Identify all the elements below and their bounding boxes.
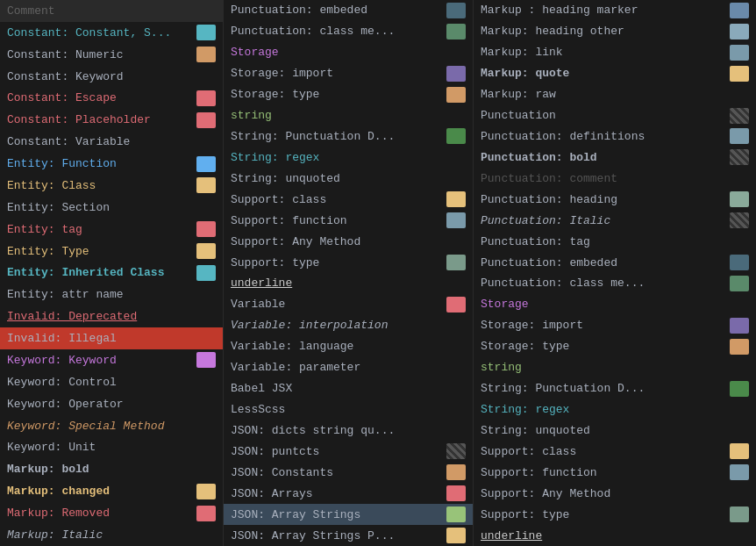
item-label: Punctuation: Italic [481, 214, 724, 227]
list-item[interactable]: Constant: Keyword [0, 66, 223, 88]
list-item[interactable]: Entity: Inherited Class [0, 262, 223, 284]
list-item[interactable]: Keyword: Unit [0, 437, 223, 459]
list-item[interactable]: JSON: puntcts [224, 441, 473, 462]
list-item[interactable]: Punctuation: heading [474, 189, 756, 210]
list-item[interactable]: Markup: Removed [0, 502, 223, 524]
list-item[interactable]: Punctuation: tag [474, 231, 756, 252]
list-item[interactable]: Storage: import [474, 315, 756, 336]
list-item[interactable]: string [474, 357, 756, 378]
list-item[interactable]: underline [474, 525, 756, 546]
list-item[interactable]: Punctuation [474, 105, 756, 126]
list-item[interactable]: Punctuation: class me... [474, 273, 756, 294]
list-item[interactable]: String: unquoted [224, 168, 473, 189]
list-item[interactable]: underline [224, 273, 473, 294]
item-label: Storage: type [481, 340, 724, 353]
list-item[interactable]: Punctuation: class me... [224, 21, 473, 42]
list-item[interactable]: Punctuation: definitions [474, 126, 756, 147]
list-item[interactable]: string [224, 105, 473, 126]
list-item[interactable]: Markup : heading marker [474, 0, 756, 21]
list-item[interactable]: String: regex [224, 147, 473, 168]
list-item[interactable]: Entity: Class [0, 175, 223, 197]
list-item[interactable]: Punctuation: bold [474, 147, 756, 168]
list-item[interactable]: Keyword: Control [0, 371, 223, 393]
list-item[interactable]: Support: function [224, 210, 473, 231]
color-swatch [730, 339, 749, 355]
list-item[interactable]: Entity: Function [0, 153, 223, 175]
list-item[interactable]: Entity: Type [0, 241, 223, 262]
list-item[interactable]: JSON: Array Strings P... [224, 525, 473, 546]
item-label: Entity: tag [7, 223, 191, 236]
list-item[interactable]: Storage: type [474, 336, 756, 357]
color-swatch [730, 3, 749, 18]
item-label: Entity: Section [7, 201, 191, 214]
list-item[interactable]: Keyword: Operator [0, 393, 223, 415]
item-label: Storage [231, 46, 441, 59]
list-item[interactable]: Storage: type [224, 84, 473, 105]
list-item[interactable]: String: Punctuation D... [224, 126, 473, 147]
list-item[interactable]: Markup: Italic [0, 524, 223, 546]
list-item[interactable]: Constant: Placeholder [0, 109, 223, 131]
list-item[interactable]: LessScss [224, 399, 473, 420]
list-item[interactable]: JSON: Constants [224, 462, 473, 483]
list-item[interactable]: Variable [224, 294, 473, 315]
item-label: Invalid: Illegal [7, 332, 191, 345]
list-item[interactable]: Constant: Numeric [0, 44, 223, 66]
list-item[interactable]: Entity: Section [0, 197, 223, 219]
list-item[interactable]: Entity: attr name [0, 284, 223, 305]
list-item[interactable]: Markup: changed [0, 480, 223, 502]
list-item[interactable]: String: regex [474, 399, 756, 420]
list-item[interactable]: Comment [0, 0, 223, 22]
list-item[interactable]: Storage: import [224, 63, 473, 84]
list-item[interactable]: Storage [224, 42, 473, 63]
list-item[interactable]: Markup: raw [474, 84, 756, 105]
color-swatch [446, 87, 466, 103]
item-label: Constant: Numeric [7, 48, 191, 61]
list-item[interactable]: Support: type [224, 252, 473, 273]
list-item[interactable]: Invalid: Deprecated [0, 305, 223, 327]
list-item[interactable]: Support: Any Method [224, 231, 473, 252]
color-swatch [730, 255, 749, 270]
color-swatch [196, 243, 216, 259]
color-swatch [196, 3, 216, 18]
item-label: underline [481, 529, 724, 542]
item-label: Babel JSX [231, 382, 441, 395]
list-item[interactable]: Storage [474, 294, 756, 315]
list-item[interactable]: Keyword: Special Method [0, 415, 223, 437]
list-item[interactable]: String: unquoted [474, 420, 756, 441]
list-item[interactable]: JSON: dicts string qu... [224, 420, 473, 441]
list-item[interactable]: Punctuation: embeded [474, 252, 756, 273]
color-swatch [730, 318, 749, 334]
list-item[interactable]: Support: class [474, 441, 756, 462]
list-item[interactable]: Support: type [474, 504, 756, 525]
list-item[interactable]: Markup: link [474, 42, 756, 63]
list-item[interactable]: JSON: Array Strings [224, 504, 473, 525]
item-label: Support: function [231, 214, 441, 227]
list-item[interactable]: Markup: heading other [474, 21, 756, 42]
item-label: Constant: Constant, S... [7, 26, 191, 40]
list-item[interactable]: Constant: Variable [0, 131, 223, 153]
color-swatch [730, 297, 749, 313]
list-item[interactable]: Punctuation: comment [474, 168, 756, 189]
list-item[interactable]: Babel JSX [224, 378, 473, 399]
list-item[interactable]: Punctuation: embeded [224, 0, 473, 21]
list-item[interactable]: Entity: tag [0, 219, 223, 241]
list-item[interactable]: Variable: parameter [224, 357, 473, 378]
list-item[interactable]: String: Punctuation D... [474, 378, 756, 399]
item-label: Constant: Keyword [7, 70, 191, 83]
list-item[interactable]: Support: Any Method [474, 483, 756, 504]
list-item[interactable]: Invalid: Illegal [0, 327, 223, 349]
list-item[interactable]: Constant: Constant, S... [0, 22, 223, 44]
item-label: Entity: Inherited Class [7, 266, 191, 279]
list-item[interactable]: Variable: language [224, 336, 473, 357]
list-item[interactable]: Constant: Escape [0, 88, 223, 110]
item-label: Constant: Placeholder [7, 113, 191, 126]
list-item[interactable]: Markup: quote [474, 63, 756, 84]
list-item[interactable]: Markup: bold [0, 458, 223, 480]
list-item[interactable]: Support: class [224, 189, 473, 210]
main-container: CommentConstant: Constant, S...Constant:… [0, 0, 756, 546]
list-item[interactable]: Punctuation: Italic [474, 210, 756, 231]
list-item[interactable]: Keyword: Keyword [0, 349, 223, 371]
list-item[interactable]: Support: function [474, 462, 756, 483]
list-item[interactable]: Variable: interpolation [224, 315, 473, 336]
list-item[interactable]: JSON: Arrays [224, 483, 473, 504]
